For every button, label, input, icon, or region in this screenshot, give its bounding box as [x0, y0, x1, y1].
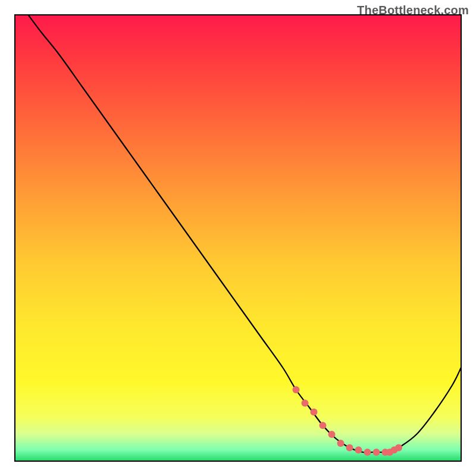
optimal-point — [320, 422, 327, 429]
optimal-point — [364, 449, 371, 456]
optimal-point — [328, 431, 336, 438]
watermark-label: TheBottleneck.com — [357, 4, 469, 17]
optimal-point — [373, 449, 380, 456]
optimal-point — [355, 446, 362, 453]
bottleneck-chart — [0, 0, 476, 476]
plot-background — [15, 15, 461, 461]
optimal-point — [293, 386, 300, 393]
optimal-point — [346, 444, 353, 452]
optimal-point — [395, 444, 402, 452]
optimal-point — [311, 409, 318, 416]
optimal-point — [337, 440, 345, 447]
chart-container: TheBottleneck.com — [0, 0, 476, 476]
optimal-point — [302, 400, 309, 407]
